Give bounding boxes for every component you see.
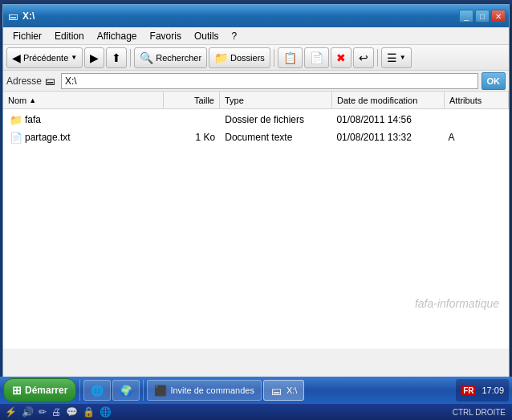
copy-icon: 📋 xyxy=(283,51,297,64)
forward-icon: ▶ xyxy=(90,51,99,64)
taskbar-bottom: ⚡ 🔊 ✏ 🖨 💬 🔒 🌐 CTRL DROITE xyxy=(0,404,512,420)
close-button[interactable]: ✕ xyxy=(491,10,506,22)
address-bar: Adresse 🖴 OK xyxy=(3,71,509,92)
tray-icon-1[interactable]: ⚡ xyxy=(3,406,18,418)
txt-file-icon: 📄 xyxy=(10,131,22,144)
toolbar-sep2 xyxy=(274,49,274,67)
address-go-button[interactable]: OK xyxy=(482,72,506,90)
up-button[interactable]: ⬆ xyxy=(106,47,127,68)
col-date-label: Date de modification xyxy=(337,96,417,105)
menu-outils[interactable]: Outils xyxy=(188,29,226,43)
explorer-taskbar-button[interactable]: 🖴 X:\ xyxy=(263,380,304,401)
tray-icon-3[interactable]: ✏ xyxy=(37,406,48,418)
menu-affichage[interactable]: Affichage xyxy=(91,29,144,43)
cmd-taskbar-button[interactable]: ⬛ Invite de commandes xyxy=(147,380,262,401)
lang-indicator[interactable]: FR xyxy=(461,385,476,396)
table-row[interactable]: 📁 fafa Dossier de fichiers 01/08/2011 14… xyxy=(3,111,509,128)
clock: 17:09 xyxy=(482,385,504,395)
col-type[interactable]: Type xyxy=(220,92,332,108)
address-label: Adresse xyxy=(6,75,42,87)
folders-label: Dossiers xyxy=(230,53,265,63)
col-taille[interactable]: Taille xyxy=(164,92,220,108)
title-bar-buttons: _ □ ✕ xyxy=(459,10,506,22)
tray-icon-6[interactable]: 🔒 xyxy=(81,406,96,418)
watermark: fafa-informatique xyxy=(415,297,499,310)
search-icon: 🔍 xyxy=(140,51,153,64)
folders-button[interactable]: 📁 Dossiers xyxy=(209,47,270,68)
start-button[interactable]: ⊞ Démarrer xyxy=(3,378,76,402)
paste-icon: 📄 xyxy=(310,51,323,64)
view-dropdown-icon: ▼ xyxy=(400,54,406,61)
table-row[interactable]: 📄 partage.txt 1 Ko Document texte 01/08/… xyxy=(3,128,509,146)
menu-fichier[interactable]: Fichier xyxy=(6,29,48,43)
delete-icon: ✖ xyxy=(336,51,346,64)
system-tray: FR 17:09 xyxy=(456,379,509,402)
windows-logo-icon: ⊞ xyxy=(12,384,22,397)
col-nom-label: Nom xyxy=(8,96,26,105)
paste-button[interactable]: 📄 xyxy=(304,47,329,68)
explorer-label: X:\ xyxy=(286,385,297,395)
file-attr: A xyxy=(449,132,455,143)
file-list: 📁 fafa Dossier de fichiers 01/08/2011 14… xyxy=(3,109,509,148)
file-name: partage.txt xyxy=(25,132,71,143)
up-icon: ⬆ xyxy=(112,51,121,64)
file-date: 01/08/2011 14:56 xyxy=(336,114,411,125)
taskbar-sep xyxy=(79,380,80,401)
menu-help[interactable]: ? xyxy=(226,29,244,43)
undo-icon: ↩ xyxy=(359,51,368,64)
file-table-header: Nom ▲ Taille Type Date de modification A… xyxy=(3,92,509,109)
cmd-label: Invite de commandes xyxy=(170,385,254,395)
col-taille-label: Taille xyxy=(194,96,214,105)
minimize-button[interactable]: _ xyxy=(459,10,473,22)
col-attr[interactable]: Attributs xyxy=(445,92,509,108)
col-attr-label: Attributs xyxy=(449,96,482,105)
ie-icon: 🌐 xyxy=(91,384,104,397)
back-icon: ◀ xyxy=(12,51,21,64)
file-name-cell: 📁 fafa xyxy=(5,113,165,126)
search-button[interactable]: 🔍 Rechercher xyxy=(134,47,207,68)
file-attr-cell: A xyxy=(444,132,508,143)
view-button[interactable]: ☰ ▼ xyxy=(381,47,412,68)
start-label: Démarrer xyxy=(25,385,67,396)
col-nom[interactable]: Nom ▲ xyxy=(3,92,164,108)
file-type: Dossier de fichiers xyxy=(225,114,304,125)
menu-bar: Fichier Edition Affichage Favoris Outils… xyxy=(3,27,509,45)
back-label: Précédente xyxy=(23,53,68,63)
undo-button[interactable]: ↩ xyxy=(353,47,374,68)
menu-edition[interactable]: Edition xyxy=(48,29,91,43)
folders-icon: 📁 xyxy=(214,51,228,64)
explorer-window: 🖴 X:\ _ □ ✕ Fichier Edition Affichage Fa… xyxy=(2,4,510,398)
ie-quicklaunch[interactable]: 🌐 xyxy=(83,380,111,401)
ie2-quicklaunch[interactable]: 🌍 xyxy=(112,380,140,401)
file-name: fafa xyxy=(25,114,41,125)
taskbar: ⊞ Démarrer 🌐 🌍 ⬛ Invite de commandes 🖴 X… xyxy=(0,377,512,404)
file-date-cell: 01/08/2011 13:32 xyxy=(331,132,443,143)
window-title: X:\ xyxy=(22,10,459,22)
explorer-icon: 🖴 xyxy=(270,384,283,397)
forward-button[interactable]: ▶ xyxy=(84,47,104,68)
search-label: Rechercher xyxy=(156,53,201,63)
taskbar-sep2 xyxy=(143,380,144,401)
file-type-cell: Document texte xyxy=(220,132,331,143)
toolbar: ◀ Précédente ▼ ▶ ⬆ 🔍 Rechercher 📁 Dossie… xyxy=(3,45,509,71)
tray-icon-2[interactable]: 🔊 xyxy=(20,406,35,418)
tray-icon-7[interactable]: 🌐 xyxy=(98,406,113,418)
col-type-label: Type xyxy=(225,96,244,105)
address-folder-icon: 🖴 xyxy=(45,75,58,88)
back-dropdown-icon: ▼ xyxy=(71,54,77,61)
toolbar-sep3 xyxy=(377,49,378,67)
address-input[interactable] xyxy=(61,73,477,89)
file-type-cell: Dossier de fichiers xyxy=(220,114,331,125)
copy-button[interactable]: 📋 xyxy=(278,47,303,68)
ie2-icon: 🌍 xyxy=(120,384,132,397)
menu-favoris[interactable]: Favoris xyxy=(144,29,188,43)
file-size-cell: 1 Ko xyxy=(165,132,221,143)
maximize-button[interactable]: □ xyxy=(475,10,490,22)
col-date[interactable]: Date de modification xyxy=(332,92,445,108)
delete-button[interactable]: ✖ xyxy=(331,47,351,68)
main-content: Nom ▲ Taille Type Date de modification A… xyxy=(3,92,509,349)
tray-icon-5[interactable]: 💬 xyxy=(64,406,79,418)
tray-icon-4[interactable]: 🖨 xyxy=(50,406,63,418)
window-icon: 🖴 xyxy=(6,10,19,22)
back-button[interactable]: ◀ Précédente ▼ xyxy=(6,47,83,68)
